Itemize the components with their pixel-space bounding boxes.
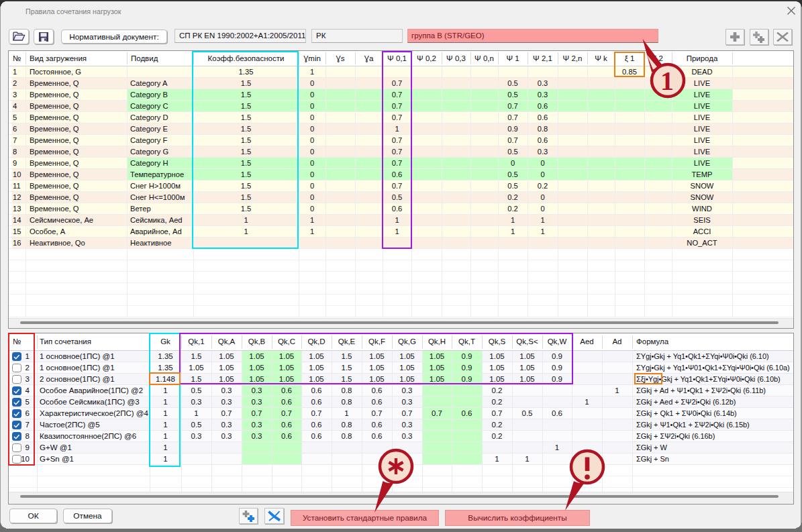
svg-text:1: 1 bbox=[660, 66, 674, 96]
